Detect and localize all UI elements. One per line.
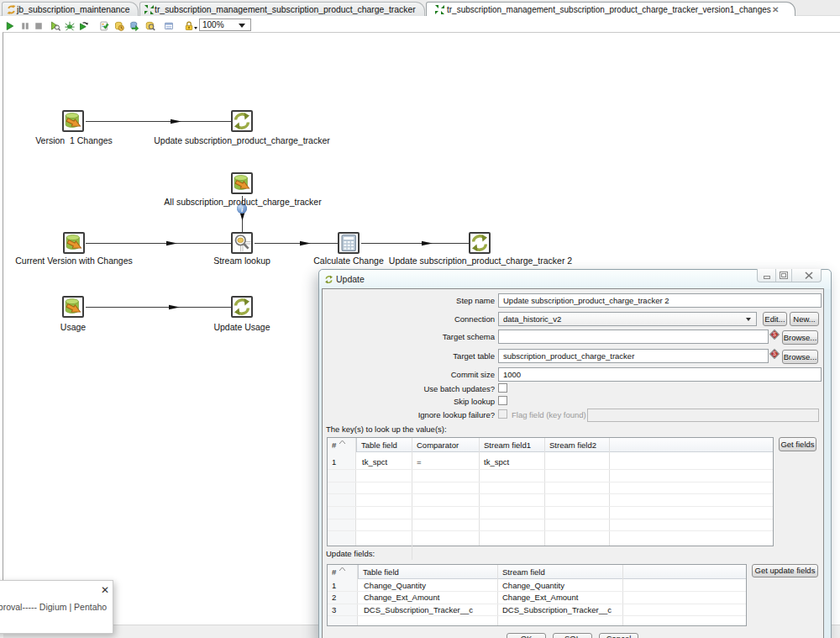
svg-text:$: $	[773, 331, 776, 337]
svg-text:$: $	[773, 351, 776, 356]
